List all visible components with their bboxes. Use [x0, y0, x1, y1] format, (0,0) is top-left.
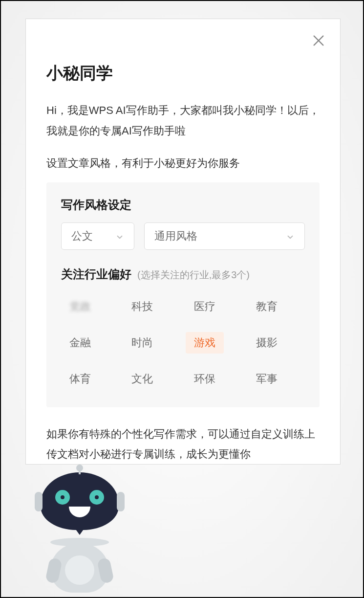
chevron-down-icon [115, 232, 124, 241]
pref-hint: (选择关注的行业,最多3个) [137, 268, 250, 282]
pref-heading-row: 关注行业偏好 (选择关注的行业,最多3个) [61, 266, 305, 282]
category-select[interactable]: 公文 [61, 222, 134, 250]
industry-tag-grid: 党政科技医疗教育金融时尚游戏摄影体育文化环保军事 [61, 296, 305, 390]
industry-tag[interactable]: 环保 [186, 368, 224, 390]
select-row: 公文 通用风格 [61, 222, 305, 250]
style-select[interactable]: 通用风格 [144, 222, 305, 250]
industry-tag[interactable]: 摄影 [248, 332, 286, 354]
style-select-value: 通用风格 [154, 229, 197, 244]
footer-text: 如果你有特殊的个性化写作需求，可以通过自定义训练上传文档对小秘进行专属训练，成长… [46, 424, 320, 465]
chevron-down-icon [286, 232, 295, 241]
robot-mascot [38, 472, 121, 593]
assistant-intro-panel: 小秘同学 Hi，我是WPS AI写作助手，大家都叫我小秘同学！以后，我就是你的专… [25, 19, 341, 465]
panel-title: 小秘同学 [46, 62, 320, 85]
robot-head-icon [41, 472, 119, 530]
industry-tag[interactable]: 时尚 [123, 332, 161, 354]
industry-tag[interactable]: 党政 [61, 296, 99, 317]
category-select-value: 公文 [71, 229, 93, 244]
style-tip-text: 设置文章风格，有利于小秘更好为你服务 [46, 156, 320, 171]
settings-card: 写作风格设定 公文 通用风格 关注行业偏好 (选择关注的行业,最多3个) 党政科… [46, 182, 320, 407]
pref-label: 关注行业偏好 [61, 266, 131, 282]
industry-tag[interactable]: 医疗 [186, 296, 224, 317]
intro-text: Hi，我是WPS AI写作助手，大家都叫我小秘同学！以后，我就是你的专属AI写作… [46, 100, 320, 141]
industry-tag[interactable]: 游戏 [186, 332, 224, 354]
style-heading: 写作风格设定 [61, 197, 305, 213]
industry-tag[interactable]: 文化 [123, 368, 161, 390]
industry-tag[interactable]: 教育 [248, 296, 286, 317]
industry-tag[interactable]: 科技 [123, 296, 161, 317]
industry-tag[interactable]: 军事 [248, 368, 286, 390]
robot-body-icon [50, 544, 109, 593]
close-icon[interactable] [312, 34, 325, 47]
industry-tag[interactable]: 体育 [61, 368, 99, 390]
industry-tag[interactable]: 金融 [61, 332, 99, 354]
